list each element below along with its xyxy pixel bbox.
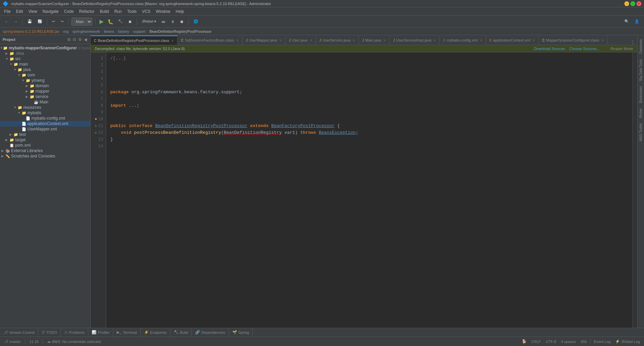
bottom-tab-terminal[interactable]: ▶_ Terminal bbox=[113, 328, 141, 337]
choose-sources-link[interactable]: Choose Sources... bbox=[569, 47, 600, 51]
tab-user-service-impl[interactable]: J UserServiceImpl.java ✕ bbox=[390, 35, 440, 45]
tree-resources[interactable]: ▼ 📁 resources bbox=[0, 105, 90, 110]
tree-main[interactable]: ▼ 📁 main bbox=[0, 61, 90, 67]
search-button[interactable]: 🔍 bbox=[622, 17, 631, 26]
localize-button[interactable]: 🌐 bbox=[191, 17, 200, 26]
close-button[interactable]: ✕ bbox=[637, 1, 641, 6]
save-button[interactable]: 💾 bbox=[25, 17, 34, 26]
debug-button[interactable]: 🐛 bbox=[106, 19, 115, 24]
stop2-button[interactable]: ⏹ bbox=[178, 17, 186, 26]
bottom-tab-endpoints[interactable]: ⚡ Endpoints bbox=[141, 328, 170, 337]
close-tab-0[interactable]: ✕ bbox=[171, 39, 174, 43]
status-encoding[interactable]: UTF-8 bbox=[544, 340, 557, 344]
tab-user[interactable]: J User.java ✕ bbox=[285, 35, 316, 45]
breadcrumb-org[interactable]: org bbox=[63, 29, 69, 33]
sync-button[interactable]: 🔄 bbox=[36, 17, 44, 26]
code-content[interactable]: /{...} package org.springframework.beans… bbox=[106, 52, 632, 328]
menu-window[interactable]: Window bbox=[153, 8, 173, 15]
profiler-button[interactable]: ⏭ bbox=[160, 17, 167, 26]
minimize-button[interactable]: ─ bbox=[624, 1, 629, 6]
reader-mode-link[interactable]: Reader Mode bbox=[611, 47, 633, 51]
sidebar-settings-icon[interactable]: ⚙ bbox=[77, 37, 83, 42]
tree-mapper[interactable]: ▶ 📁 mapper bbox=[0, 89, 90, 94]
sidebar-collapse-icon[interactable]: ⊟ bbox=[72, 37, 77, 42]
tree-src[interactable]: ▼ 📁 src bbox=[0, 56, 90, 61]
bottom-tab-spring[interactable]: 🌱 Spring bbox=[229, 328, 253, 337]
close-tab-2[interactable]: ✕ bbox=[279, 39, 282, 42]
stop-button[interactable]: ⏹ bbox=[126, 17, 134, 26]
status-crlf[interactable]: CRLF bbox=[530, 340, 543, 344]
tree-service[interactable]: ▶ 📁 service bbox=[0, 94, 90, 99]
status-chars[interactable]: 456 bbox=[579, 340, 588, 344]
menu-build[interactable]: Build bbox=[97, 8, 112, 15]
bottom-tab-build[interactable]: 🔨 Build bbox=[170, 328, 192, 337]
menu-refactor[interactable]: Refactor bbox=[76, 8, 97, 15]
tree-pom[interactable]: 📋 pom.xml bbox=[0, 143, 90, 148]
forward-button[interactable]: → bbox=[12, 17, 20, 26]
tree-com[interactable]: ▼ 📁 com bbox=[0, 72, 90, 78]
tab-mybatis-config[interactable]: X mybatis-config.xml ✕ bbox=[440, 35, 486, 45]
redo-button[interactable]: ↪ bbox=[59, 17, 66, 26]
menu-navigate[interactable]: Navigate bbox=[40, 8, 61, 15]
right-sidebar-bookmarks[interactable]: Bookmarks bbox=[638, 85, 643, 104]
status-aws[interactable]: ☁ AWS: No credentials selected bbox=[46, 339, 102, 344]
code-editor[interactable]: 1 2 3 4 5 6 7 8 9 ●10 ⊙11 ⊙12 13 14 /{..… bbox=[91, 52, 637, 328]
tab-user-mapper[interactable]: J UserMapper.java ✕ bbox=[243, 35, 285, 45]
breadcrumb-factory[interactable]: factory bbox=[118, 29, 129, 33]
tab-bean-def-registry[interactable]: C BeanDefinitionRegistryPostProcessor.cl… bbox=[91, 35, 178, 45]
menu-file[interactable]: File bbox=[1, 8, 13, 15]
breadcrumb-beans[interactable]: beans bbox=[104, 29, 114, 33]
tree-app-context[interactable]: 📄 applicationContext.xml bbox=[0, 121, 90, 126]
status-git[interactable]: ⎇ master bbox=[3, 339, 22, 344]
status-line-col[interactable]: 11:18 bbox=[28, 340, 40, 344]
status-indent[interactable]: 4 spaces bbox=[559, 340, 577, 344]
jrebel-button[interactable]: JRebel ▾ bbox=[140, 17, 158, 26]
bottom-tab-problems[interactable]: ⚠ Problems bbox=[61, 328, 88, 337]
right-sidebar-aws[interactable]: AWS Toolkit bbox=[638, 122, 643, 143]
bottom-tab-profiler[interactable]: 📊 Profiler bbox=[88, 328, 113, 337]
build-button[interactable]: 🔨 bbox=[116, 17, 125, 26]
user-button[interactable]: 👤 bbox=[632, 17, 641, 26]
close-tab-8[interactable]: ✕ bbox=[532, 39, 535, 42]
undo-button[interactable]: ↩ bbox=[50, 17, 57, 26]
back-button[interactable]: ← bbox=[3, 17, 10, 26]
menu-vcs[interactable]: VCS bbox=[139, 8, 153, 15]
close-tab-5[interactable]: ✕ bbox=[383, 39, 386, 42]
maximize-button[interactable]: □ bbox=[630, 1, 635, 6]
bottom-tab-version-control[interactable]: ⎇ Version Control bbox=[0, 328, 38, 337]
download-sources-link[interactable]: Download Sources bbox=[534, 47, 565, 51]
menu-edit[interactable]: Edit bbox=[13, 8, 26, 15]
tab-sql-session[interactable]: C SqlSessionFactoryBean.class ✕ bbox=[178, 35, 243, 45]
tree-idea[interactable]: ▶ 📁 .idea bbox=[0, 51, 90, 56]
menu-run[interactable]: Run bbox=[112, 8, 124, 15]
close-tab-4[interactable]: ✕ bbox=[352, 39, 355, 42]
menu-code[interactable]: Code bbox=[61, 8, 76, 15]
tab-mapper-scanner[interactable]: C MapperScannerConfigurer.class ✕ bbox=[539, 35, 607, 45]
sidebar-hide-icon[interactable]: ◀ bbox=[83, 37, 88, 42]
tree-java[interactable]: ▼ 📁 java bbox=[0, 67, 90, 72]
tree-scratches[interactable]: ▶ ✏️ Scratches and Consoles bbox=[0, 153, 90, 159]
tree-mybatis-config[interactable]: 📄 mybatis-config.xml bbox=[0, 116, 90, 121]
tab-app-context[interactable]: X applicationContext.xml ✕ bbox=[486, 35, 539, 45]
right-sidebar-irebel[interactable]: iRebel bbox=[638, 107, 643, 119]
tab-user-service[interactable]: J UserService.java ✕ bbox=[316, 35, 359, 45]
branch-selector[interactable]: Main bbox=[71, 18, 92, 26]
breadcrumb-class[interactable]: BeanDefinitionRegistryPostProcessor bbox=[150, 29, 211, 33]
menu-tools[interactable]: Tools bbox=[124, 8, 139, 15]
tree-domain[interactable]: ▶ 📁 domain bbox=[0, 83, 90, 89]
close-tab-6[interactable]: ✕ bbox=[433, 39, 436, 42]
breadcrumb-root[interactable]: spring-beans-5.2.10.RELEASE.jar bbox=[3, 29, 59, 33]
close-tab-3[interactable]: ✕ bbox=[309, 39, 312, 42]
tree-ext-libs[interactable]: ▶ 📚 External Libraries bbox=[0, 148, 90, 153]
tree-mybatis[interactable]: ▼ 📁 mybatis bbox=[0, 110, 90, 116]
sidebar-expand-icon[interactable]: ⊞ bbox=[67, 37, 71, 42]
breadcrumb-springframework[interactable]: springframework bbox=[72, 29, 100, 33]
tree-root[interactable]: ▼ 📁 mybatis-mapperScannerConfigurer E:\m… bbox=[0, 45, 90, 51]
tree-user-mapper-xml[interactable]: 📄 UserMapper.xml bbox=[0, 126, 90, 132]
tree-yimeng[interactable]: ▼ 📁 yimeng bbox=[0, 78, 90, 83]
tab-more-button[interactable]: ⋮ bbox=[628, 40, 637, 45]
status-jrebel-log[interactable]: ⚡ JRebel Log bbox=[614, 339, 641, 344]
breadcrumb-support[interactable]: support bbox=[133, 29, 146, 33]
close-tab-1[interactable]: ✕ bbox=[236, 39, 239, 42]
menu-view[interactable]: View bbox=[26, 8, 40, 15]
